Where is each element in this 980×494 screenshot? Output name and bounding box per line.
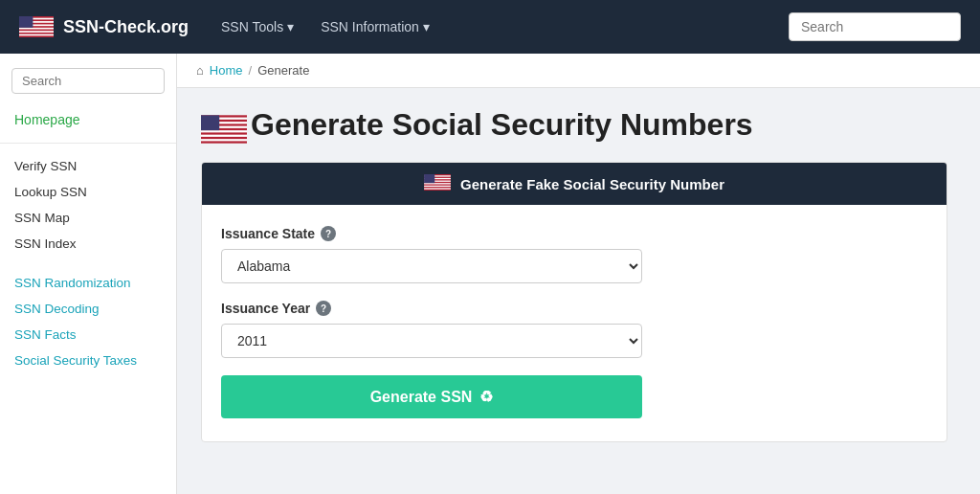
nav-links: SSN Tools ▾ SSN Information ▾ (217, 0, 789, 54)
svg-rect-5 (19, 31, 54, 33)
chevron-down-icon: ▾ (287, 19, 294, 34)
sidebar-item-ssn-map[interactable]: SSN Map (0, 205, 176, 231)
breadcrumb-home[interactable]: Home (210, 63, 243, 78)
issuance-state-label: Issuance State ? (221, 226, 927, 241)
nav-information[interactable]: SSN Information ▾ (317, 0, 434, 54)
main-content: ⌂ Home / Generate (177, 54, 980, 494)
card-body: Issuance State ? AlabamaAlaskaArizonaArk… (202, 205, 947, 441)
breadcrumb-current: Generate (257, 63, 309, 78)
flag-icon (19, 16, 54, 37)
generate-ssn-button[interactable]: Generate SSN ♻ (221, 375, 642, 418)
sidebar-item-ssn-randomization[interactable]: SSN Randomization (0, 270, 176, 296)
nav-tools[interactable]: SSN Tools ▾ (217, 0, 298, 54)
card-header: Generate Fake Social Security Number (202, 163, 947, 205)
breadcrumb-separator: / (249, 63, 253, 78)
svg-rect-13 (201, 134, 247, 136)
brand-link[interactable]: SSN-Check.org (19, 16, 189, 37)
content-area: Generate Social Security Numbers (177, 88, 980, 461)
svg-rect-21 (424, 186, 451, 187)
svg-rect-4 (19, 28, 54, 30)
sidebar-item-homepage[interactable]: Homepage (0, 108, 176, 139)
svg-rect-14 (201, 139, 247, 141)
sidebar-search-input[interactable] (11, 68, 165, 94)
svg-rect-15 (201, 115, 219, 130)
sidebar-item-verify-ssn[interactable]: Verify SSN (0, 153, 176, 179)
layout: Homepage Verify SSN Lookup SSN SSN Map S… (0, 54, 980, 494)
svg-rect-20 (424, 183, 451, 184)
recycle-icon: ♻ (479, 388, 493, 406)
sidebar-item-ssn-facts[interactable]: SSN Facts (0, 322, 176, 348)
page-title: Generate Social Security Numbers (251, 107, 753, 143)
svg-rect-12 (201, 130, 247, 132)
breadcrumb: ⌂ Home / Generate (177, 54, 980, 88)
page-flag-icon (201, 115, 235, 136)
svg-rect-23 (424, 174, 434, 183)
sidebar-divider (0, 143, 176, 144)
issuance-year-help-icon[interactable]: ? (316, 301, 331, 316)
sidebar-item-ssn-index[interactable]: SSN Index (0, 231, 176, 257)
svg-rect-6 (19, 34, 54, 36)
navbar-search-input[interactable] (789, 12, 961, 41)
card-header-label: Generate Fake Social Security Number (460, 176, 724, 192)
navbar-search (789, 12, 961, 41)
sidebar-item-lookup-ssn[interactable]: Lookup SSN (0, 179, 176, 205)
issuance-state-select[interactable]: AlabamaAlaskaArizonaArkansasCaliforniaCo… (221, 249, 642, 283)
brand-name: SSN-Check.org (63, 17, 189, 37)
svg-rect-7 (19, 16, 33, 28)
generate-ssn-label: Generate SSN (370, 389, 473, 406)
sidebar: Homepage Verify SSN Lookup SSN SSN Map S… (0, 54, 177, 494)
sidebar-item-social-security-taxes[interactable]: Social Security Taxes (0, 348, 176, 373)
home-icon: ⌂ (196, 63, 204, 78)
sidebar-gap (0, 257, 176, 270)
ssn-card: Generate Fake Social Security Number Iss… (201, 162, 947, 442)
page-title-row: Generate Social Security Numbers (201, 107, 956, 143)
sidebar-item-ssn-decoding[interactable]: SSN Decoding (0, 296, 176, 322)
issuance-year-label: Issuance Year ? (221, 301, 927, 316)
svg-rect-22 (424, 188, 451, 189)
navbar: SSN-Check.org SSN Tools ▾ SSN Informatio… (0, 0, 980, 54)
chevron-down-icon: ▾ (423, 19, 430, 34)
card-header-flag-icon (424, 174, 451, 193)
issuance-year-select[interactable]: 2011201020092008200720062005200420032002… (221, 324, 642, 358)
sidebar-search-wrapper (11, 68, 165, 94)
issuance-state-help-icon[interactable]: ? (321, 226, 336, 241)
